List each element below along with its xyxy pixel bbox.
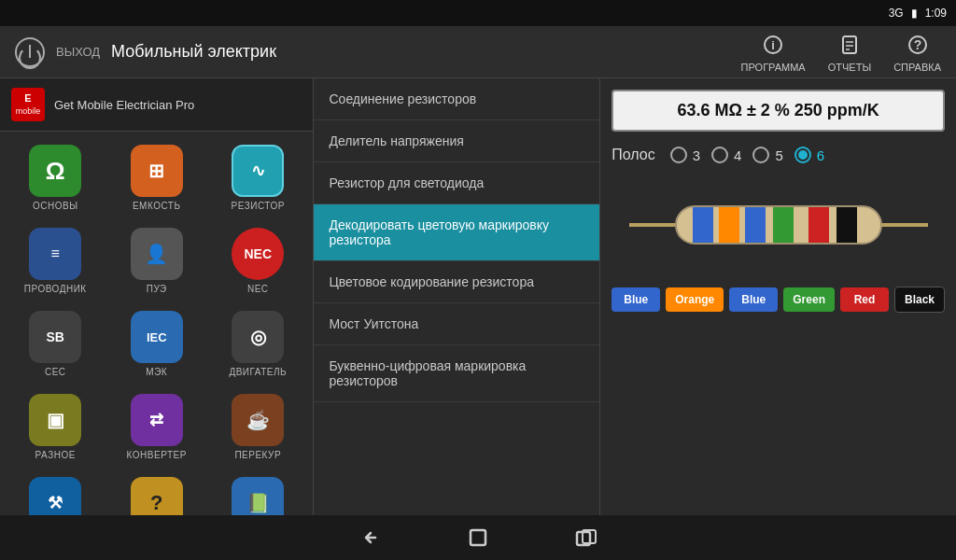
help-button[interactable]: ? СПРАВКА: [893, 32, 941, 73]
band-blue-1[interactable]: Blue: [612, 287, 660, 312]
sidebar-item-engine[interactable]: ◎ ДВИГАТЕЛЬ: [208, 303, 307, 385]
engine-label: ДВИГАТЕЛЬ: [229, 367, 287, 377]
sidebar-pro-title: Get Mobile Electrician Pro: [54, 98, 194, 112]
app-logo: Emobile: [11, 88, 45, 121]
nec-label: NEC: [247, 284, 269, 294]
sidebar: Emobile Get Mobile Electrician Pro Ω ОСН…: [0, 78, 314, 515]
exit-label[interactable]: ВЫХОД: [56, 45, 100, 59]
perecur-icon: ☕: [232, 394, 284, 446]
basics-icon: Ω: [29, 145, 81, 197]
sidebar-item-conductor[interactable]: ≡ ПРОВОДНИК: [6, 220, 105, 301]
handbook-icon: 📗: [232, 477, 284, 515]
resistor-label: РЕЗИСТОР: [232, 201, 285, 211]
result-bar: 63.6 MΩ ± 2 % 250 ppm/K: [612, 90, 945, 132]
poles-5[interactable]: 5: [752, 147, 782, 163]
menu-item-alphanumeric[interactable]: Буквенно-цифровая маркировка резисторов: [314, 345, 599, 402]
sidebar-item-perecur[interactable]: ☕ ПЕРЕКУР: [208, 386, 307, 468]
svg-text:?: ?: [913, 37, 921, 52]
sidebar-item-capacity[interactable]: ⊞ ЕМКОСТЬ: [106, 137, 206, 218]
menu-item-series[interactable]: Соединение резисторов: [314, 78, 599, 120]
power-button[interactable]: [15, 37, 45, 67]
poles-4[interactable]: 4: [711, 147, 741, 163]
recents-button[interactable]: [569, 521, 603, 554]
poles-label: Полос: [612, 147, 654, 163]
question-icon: ?: [905, 32, 931, 58]
mek-label: МЭК: [146, 367, 167, 377]
resistor-diagram: [629, 188, 928, 262]
poles-radio-group: 3 4 5 6: [670, 147, 824, 163]
reports-label: ОТЧЕТЫ: [828, 62, 871, 73]
band-black[interactable]: Black: [894, 287, 945, 313]
svg-rect-14: [808, 206, 829, 244]
content-panel: 63.6 MΩ ± 2 % 250 ppm/K Полос 3 4 5: [600, 78, 956, 515]
poles-6[interactable]: 6: [794, 147, 824, 163]
poles-5-circle: [752, 147, 769, 163]
band-green[interactable]: Green: [783, 287, 835, 312]
svg-rect-15: [836, 206, 857, 244]
capacity-icon: ⊞: [131, 145, 183, 197]
battery-indicator: ▮: [911, 7, 918, 20]
svg-rect-13: [773, 206, 794, 244]
pue-label: ПУЭ: [147, 284, 167, 294]
bands-row: Blue Orange Blue Green Red Black: [612, 283, 945, 316]
sidebar-item-ses[interactable]: SB СЕС: [6, 303, 105, 385]
perecur-label: ПЕРЕКУР: [234, 450, 281, 460]
band-orange[interactable]: Orange: [666, 287, 724, 312]
band-red[interactable]: Red: [840, 287, 889, 312]
resistor-visual: [612, 178, 945, 272]
sidebar-item-pue[interactable]: 👤 ПУЭ: [106, 220, 206, 301]
sidebar-grid: Ω ОСНОВЫ ⊞ ЕМКОСТЬ ∿ РЕЗИСТОР ≡ ПРОВОДНИ…: [0, 132, 313, 515]
poles-4-label: 4: [734, 147, 741, 163]
sidebar-item-converter[interactable]: ⇄ КОНВЕРТЕР: [106, 386, 206, 468]
menu-item-encode[interactable]: Цветовое кодирование резистора: [314, 261, 599, 303]
engine-icon: ◎: [232, 311, 284, 363]
sidebar-item-resistor[interactable]: ∿ РЕЗИСТОР: [208, 137, 307, 218]
menu-item-divider[interactable]: Делитель напряжения: [314, 120, 599, 162]
capacity-label: ЕМКОСТЬ: [133, 201, 181, 211]
menu-item-wheatstone[interactable]: Мост Уитстона: [314, 303, 599, 345]
poles-row: Полос 3 4 5 6: [612, 143, 945, 167]
bottom-nav: [0, 515, 956, 560]
ses-label: СЕС: [45, 367, 66, 377]
menu-item-decode[interactable]: Декодировать цветовую маркировку резисто…: [314, 204, 599, 261]
converter-label: КОНВЕРТЕР: [127, 450, 187, 460]
sidebar-header: Emobile Get Mobile Electrician Pro: [0, 78, 313, 132]
nec-icon: NEC: [232, 228, 284, 280]
mek-icon: IEC: [131, 311, 183, 363]
sidebar-item-misc[interactable]: ▣ РАЗНОЕ: [6, 386, 105, 468]
settings-icon: ⚒: [29, 477, 81, 515]
main-layout: Emobile Get Mobile Electrician Pro Ω ОСН…: [0, 78, 956, 515]
sidebar-item-nec[interactable]: NEC NEC: [208, 220, 307, 301]
sidebar-item-basics[interactable]: Ω ОСНОВЫ: [6, 137, 105, 218]
poles-6-circle: [794, 147, 811, 163]
svg-rect-11: [719, 206, 739, 244]
reports-button[interactable]: ОТЧЕТЫ: [828, 32, 871, 73]
sidebar-item-settings[interactable]: ⚒ НАСТРОЙКИ: [6, 469, 105, 515]
sidebar-item-handbook[interactable]: 📗 СПРАВОЧНИК: [208, 469, 307, 515]
help-label: СПРАВКА: [893, 62, 941, 73]
poles-5-label: 5: [775, 147, 782, 163]
svg-text:i: i: [771, 38, 775, 52]
program-button[interactable]: i ПРОГРАММА: [741, 32, 806, 73]
misc-label: РАЗНОЕ: [35, 450, 76, 460]
sidebar-item-mek[interactable]: IEC МЭК: [106, 303, 206, 385]
signal-indicator: 3G: [889, 7, 904, 20]
conductor-label: ПРОВОДНИК: [24, 284, 87, 294]
sidebar-item-help2[interactable]: ? СПРАВКА: [106, 469, 206, 515]
menu-panel: Соединение резисторов Делитель напряжени…: [314, 78, 600, 515]
band-blue-2[interactable]: Blue: [729, 287, 778, 312]
top-nav-buttons: i ПРОГРАММА ОТЧЕТЫ ? СПРАВКА: [741, 32, 941, 73]
poles-3[interactable]: 3: [670, 147, 700, 163]
ses-icon: SB: [29, 311, 81, 363]
pue-icon: 👤: [131, 228, 183, 280]
svg-rect-18: [471, 530, 485, 545]
reports-icon: [836, 32, 863, 58]
program-label: ПРОГРАММА: [741, 62, 806, 73]
menu-item-led[interactable]: Резистор для светодиода: [314, 162, 599, 204]
info-icon: i: [760, 32, 786, 58]
poles-3-circle: [670, 147, 687, 163]
home-button[interactable]: [461, 521, 495, 554]
back-button[interactable]: [353, 521, 387, 554]
help2-icon: ?: [131, 477, 183, 515]
status-bar: 3G ▮ 1:09: [0, 0, 956, 26]
